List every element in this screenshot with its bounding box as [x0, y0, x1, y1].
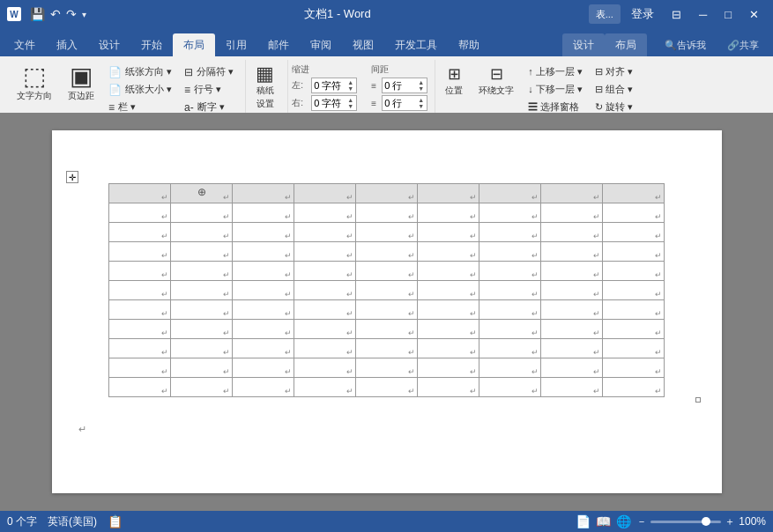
- table-cell[interactable]: ↵: [479, 203, 541, 223]
- group-button[interactable]: ⊟ 组合 ▾: [591, 81, 637, 98]
- tab-references[interactable]: 引用: [215, 33, 257, 56]
- table-cell[interactable]: ↵: [294, 358, 356, 378]
- ribbon-display-button[interactable]: 表...: [589, 4, 621, 24]
- minimize-button[interactable]: ─: [692, 2, 714, 26]
- table-cell[interactable]: ↵: [603, 358, 665, 378]
- login-button[interactable]: 登录: [624, 2, 661, 26]
- bring-forward-button[interactable]: ↑ 上移一层 ▾: [524, 63, 587, 80]
- line-numbers-button[interactable]: ≡ 行号 ▾: [180, 81, 238, 98]
- zoom-slider[interactable]: [650, 521, 721, 523]
- indent-left-down[interactable]: ▼: [346, 85, 354, 92]
- table-cell[interactable]: ↵: [294, 378, 356, 397]
- table-cell[interactable]: ↵: [109, 242, 171, 262]
- table-cell[interactable]: ↵: [356, 339, 418, 358]
- tab-help[interactable]: 帮助: [448, 33, 490, 56]
- margins-button[interactable]: ▣ 页边距: [62, 60, 100, 107]
- restore-button[interactable]: □: [717, 2, 739, 26]
- table-cell[interactable]: ↵: [356, 203, 418, 223]
- spacing-before-up[interactable]: ▲: [417, 79, 425, 85]
- read-view-button[interactable]: 📖: [596, 514, 611, 528]
- zoom-in-button[interactable]: ＋: [725, 514, 735, 529]
- table-cell[interactable]: ↵: [233, 262, 294, 281]
- table-cell[interactable]: ↵: [233, 184, 294, 203]
- tab-table-layout[interactable]: 布局: [605, 33, 647, 56]
- table-cell[interactable]: ↵: [603, 339, 665, 358]
- table-cell[interactable]: ↵: [109, 223, 171, 242]
- table-cell[interactable]: ↵: [356, 184, 418, 203]
- table-cell[interactable]: ↵: [356, 300, 418, 320]
- table-cell[interactable]: ↵: [171, 223, 233, 242]
- table-cell[interactable]: ↵: [418, 358, 479, 378]
- table-cell[interactable]: ↵: [171, 300, 233, 320]
- table-cell[interactable]: ↵: [418, 320, 479, 339]
- breaks-button[interactable]: ⊟ 分隔符 ▾: [180, 63, 238, 80]
- orientation-button[interactable]: 📄 纸张方向 ▾: [104, 63, 176, 80]
- table-cell[interactable]: ↵: [479, 242, 541, 262]
- document-table[interactable]: ↵↵⊕↵↵↵↵↵↵↵↵↵↵↵↵↵↵↵↵↵↵↵↵↵↵↵↵↵↵↵↵↵↵↵↵↵↵↵↵↵…: [108, 183, 665, 397]
- indent-right-down[interactable]: ▼: [346, 103, 354, 109]
- print-layout-view-button[interactable]: 📄: [576, 514, 591, 528]
- table-cell[interactable]: ↵: [603, 320, 665, 339]
- table-cell[interactable]: ↵: [418, 281, 479, 300]
- table-cell[interactable]: ↵: [294, 223, 356, 242]
- table-cell[interactable]: ↵: [109, 320, 171, 339]
- table-cell[interactable]: ↵: [109, 262, 171, 281]
- table-cell[interactable]: ↵: [109, 300, 171, 320]
- table-cell[interactable]: ↵: [541, 281, 603, 300]
- table-cell[interactable]: ↵: [109, 203, 171, 223]
- table-cell[interactable]: ↵: [603, 262, 665, 281]
- save-button[interactable]: 💾: [30, 7, 45, 21]
- table-cell[interactable]: ↵: [356, 320, 418, 339]
- tell-me-button[interactable]: 🔍 告诉我: [654, 33, 717, 56]
- table-cell[interactable]: ↵: [603, 378, 665, 397]
- spacing-after-down[interactable]: ▼: [417, 103, 425, 109]
- table-cell[interactable]: ↵: [233, 203, 294, 223]
- spacing-after-up[interactable]: ▲: [417, 97, 425, 103]
- table-resize-handle[interactable]: [695, 397, 701, 403]
- text-direction-button[interactable]: ⬚ 文字方向: [11, 60, 58, 107]
- table-cell[interactable]: ↵: [171, 358, 233, 378]
- table-cell[interactable]: ↵: [418, 378, 479, 397]
- table-cell[interactable]: ↵: [233, 281, 294, 300]
- table-cell[interactable]: ↵: [233, 320, 294, 339]
- table-cell[interactable]: ↵: [294, 262, 356, 281]
- table-cell[interactable]: ↵: [171, 242, 233, 262]
- draft-paper-button[interactable]: ▦ 稿纸 设置: [249, 60, 280, 115]
- size-button[interactable]: 📄 纸张大小 ▾: [104, 81, 176, 98]
- table-cell[interactable]: ↵: [479, 320, 541, 339]
- table-cell[interactable]: ↵: [541, 320, 603, 339]
- table-cell[interactable]: ↵: [171, 339, 233, 358]
- tab-view[interactable]: 视图: [342, 33, 384, 56]
- share-button[interactable]: 🔗 共享: [717, 33, 769, 56]
- redo-button[interactable]: ↷: [66, 7, 77, 21]
- table-cell[interactable]: ↵: [109, 358, 171, 378]
- table-cell[interactable]: ↵: [109, 184, 171, 203]
- table-cell[interactable]: ↵: [109, 378, 171, 397]
- position-button[interactable]: ⊞ 位置: [439, 60, 469, 101]
- table-cell[interactable]: ↵: [171, 262, 233, 281]
- table-cell[interactable]: ↵: [171, 203, 233, 223]
- send-backward-button[interactable]: ↓ 下移一层 ▾: [524, 81, 587, 98]
- tab-developer[interactable]: 开发工具: [384, 33, 448, 56]
- table-cell[interactable]: ↵: [479, 339, 541, 358]
- tab-review[interactable]: 审阅: [300, 33, 342, 56]
- table-cell[interactable]: ↵: [356, 358, 418, 378]
- customize-quick-access-button[interactable]: ▾: [82, 10, 86, 19]
- table-cell[interactable]: ↵: [356, 281, 418, 300]
- table-cell[interactable]: ↵: [603, 184, 665, 203]
- table-cell[interactable]: ↵: [541, 339, 603, 358]
- spacing-after-input[interactable]: 0 行 ▲ ▼: [382, 95, 427, 111]
- table-cell[interactable]: ↵: [294, 184, 356, 203]
- table-cell[interactable]: ↵: [294, 281, 356, 300]
- tab-insert[interactable]: 插入: [46, 33, 88, 56]
- table-cell[interactable]: ↵: [603, 281, 665, 300]
- table-cell[interactable]: ↵: [294, 300, 356, 320]
- table-cell[interactable]: ↵: [233, 339, 294, 358]
- table-cell[interactable]: ↵: [479, 300, 541, 320]
- undo-button[interactable]: ↶: [50, 7, 61, 21]
- table-cell[interactable]: ↵: [418, 242, 479, 262]
- table-cell[interactable]: ↵: [356, 262, 418, 281]
- indent-left-up[interactable]: ▲: [346, 79, 354, 85]
- table-cell[interactable]: ↵: [479, 281, 541, 300]
- zoom-out-button[interactable]: －: [636, 514, 647, 529]
